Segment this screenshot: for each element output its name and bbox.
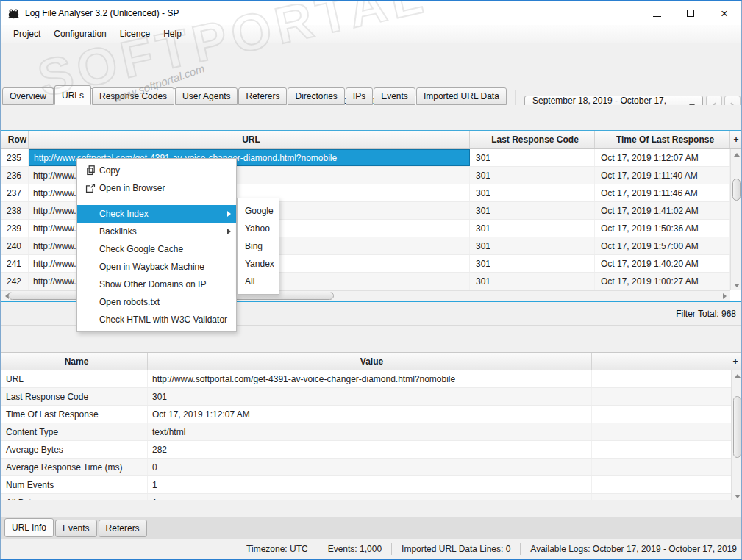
detail-row[interactable]: Time Of Last Response Oct 17, 2019 1:12:… [1,406,742,423]
scrollbar-thumb[interactable] [733,396,741,458]
url-table-header: Row URL Last Response Code Time Of Last … [1,131,742,149]
submenu-arrow-icon [227,229,231,234]
detail-row[interactable]: Average Response Time (ms) 0 [1,459,742,476]
scroll-up-arrow[interactable] [731,149,742,159]
status-separator [520,543,521,555]
menu-licence[interactable]: Licence [113,26,157,42]
detail-row[interactable]: Num Events 1 [1,476,742,494]
scroll-right-arrow[interactable] [719,291,730,301]
tab-directories[interactable]: Directories [288,87,344,105]
tab-referers-bottom[interactable]: Referers [99,520,147,537]
status-timezone: Timezone: UTC [246,544,308,554]
menu-item-copy[interactable]: Copy [77,162,236,179]
submenu-item-bing[interactable]: Bing [238,237,279,255]
url-info-table: Name Value + URL http://www.softportal.c… [1,352,742,500]
title-bar: Log File Analyser 3.2 (Unlicenced) - SP … [1,1,741,25]
submenu-item-yahoo[interactable]: Yahoo [238,220,279,237]
menu-item-open-in-wayback-machine[interactable]: Open in Wayback Machine [77,258,236,276]
menu-project[interactable]: Project [7,26,47,42]
detail-row[interactable]: URL http://www.softportal.com/get-4391-a… [1,370,742,388]
detail-table-header: Name Value + [1,353,742,370]
menu-item-open-in-browser[interactable]: Open in Browser [77,179,236,197]
detail-row[interactable]: Last Response Code 301 [1,388,742,406]
column-header-value[interactable]: Value [148,353,592,370]
filter-total: Filter Total: 968 [676,309,736,319]
main-tab-bar: Overview URLs Response Codes User Agents… [1,85,741,105]
scroll-up-arrow[interactable] [732,370,742,381]
column-header-time[interactable]: Time Of Last Response [595,131,730,148]
bottom-tab-bar: URL Info Events Referers [1,517,741,539]
menu-item-check-google-cache[interactable]: Check Google Cache [77,240,236,258]
tab-events-bottom[interactable]: Events [55,520,97,537]
app-logo-frog-icon [7,7,20,20]
column-header-empty [592,353,729,370]
menu-separator [78,201,235,201]
window-title: Log File Analyser 3.2 (Unlicenced) - SP [25,8,179,18]
tab-referers[interactable]: Referers [238,87,287,105]
check-index-submenu: Google Yahoo Bing Yandex All [237,198,279,295]
detail-row[interactable]: Average Bytes 282 [1,441,742,459]
status-available-logs: Available Logs: October 17, 2019 - Octob… [530,544,737,554]
tab-user-agents[interactable]: User Agents [175,87,238,105]
menu-help[interactable]: Help [157,26,188,42]
submenu-item-yandex[interactable]: Yandex [238,255,279,273]
tab-overview[interactable]: Overview [2,87,54,105]
status-imported-lines: Imported URL Data Lines: 0 [402,544,510,554]
tab-urls[interactable]: URLs [54,85,91,105]
tab-events[interactable]: Events [374,87,415,105]
menu-item-backlinks[interactable]: Backlinks [77,223,236,240]
add-column-button[interactable]: + [730,131,742,148]
filter-row: Filter: All Export [1,105,741,130]
vertical-scrollbar[interactable] [730,149,742,290]
detail-row[interactable]: Content Type text/html [1,423,742,441]
tab-url-info[interactable]: URL Info [4,518,54,537]
scroll-down-arrow[interactable] [732,491,742,500]
copy-icon [83,165,98,176]
menu-item-open-robots-txt[interactable]: Open robots.txt [77,293,236,311]
app-window: Log File Analyser 3.2 (Unlicenced) - SP … [0,0,742,560]
submenu-item-all[interactable]: All [238,273,279,290]
minimize-icon [653,16,661,17]
toolbar: Open New Import Delete Settings Verifica… [1,43,741,85]
add-column-button[interactable]: + [729,353,741,370]
tab-ips[interactable]: IPs [346,87,373,105]
column-header-name[interactable]: Name [1,353,148,370]
menu-item-check-index[interactable]: Check Index [77,205,236,223]
external-link-icon [83,183,98,193]
close-button[interactable]: × [707,1,741,25]
detail-row[interactable]: All Bots 1 [1,494,742,500]
menu-bar: Project Configuration Licence Help [1,25,741,43]
maximize-button[interactable] [674,1,707,25]
menu-configuration[interactable]: Configuration [47,26,113,42]
tab-response-codes[interactable]: Response Codes [92,87,174,105]
menu-item-check-html-w3c-validator[interactable]: Check HTML with W3C Validator [77,311,236,329]
tab-imported-url-data[interactable]: Imported URL Data [416,87,507,105]
status-bar: Timezone: UTC Events: 1,000 Imported URL… [1,539,741,559]
column-header-last-response-code[interactable]: Last Response Code [470,131,595,148]
column-header-row[interactable]: Row [1,131,29,148]
submenu-item-google[interactable]: Google [238,202,279,220]
maximize-icon [687,10,694,17]
menu-item-show-other-domains-on-ip[interactable]: Show Other Domains on IP [77,276,236,293]
vertical-scrollbar[interactable] [731,370,742,500]
status-separator [391,543,392,555]
status-separator [318,543,318,555]
status-events: Events: 1,000 [328,544,382,554]
minimize-button[interactable] [640,1,674,25]
submenu-arrow-icon [227,211,231,217]
context-menu: Copy Open in Browser Check Index Backlin… [76,158,237,332]
scroll-down-arrow[interactable] [731,280,742,290]
scrollbar-thumb[interactable] [732,179,741,201]
column-header-url[interactable]: URL [29,131,470,148]
